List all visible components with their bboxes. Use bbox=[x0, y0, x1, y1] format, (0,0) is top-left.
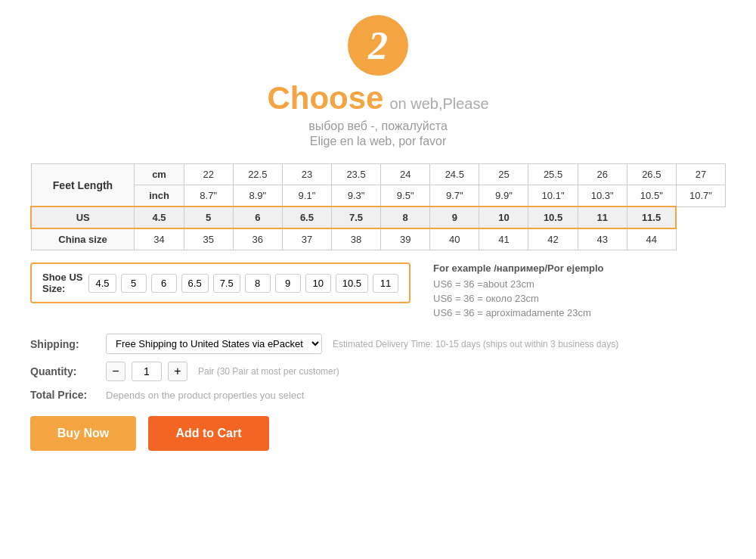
china-val-7: 41 bbox=[479, 228, 528, 250]
example-line-0: US6 = 36 =about 23cm bbox=[433, 278, 603, 290]
inch-val-4: 9.5" bbox=[381, 185, 430, 207]
size-selector-label: Shoe USSize: bbox=[42, 272, 82, 294]
china-val-8: 42 bbox=[528, 228, 578, 250]
qty-note: Pair (30 Pair at most per customer) bbox=[198, 366, 339, 377]
add-to-cart-button[interactable]: Add to Cart bbox=[148, 416, 269, 451]
size-option-6[interactable]: 6 bbox=[151, 274, 177, 293]
cm-val-2: 23 bbox=[282, 164, 331, 185]
shipping-select[interactable]: Free Shipping to United States via ePack… bbox=[106, 334, 322, 354]
action-buttons: Buy Now Add to Cart bbox=[30, 416, 726, 451]
us-val-1: 5 bbox=[184, 207, 233, 228]
china-val-10: 44 bbox=[627, 228, 676, 250]
us-val-2: 6 bbox=[233, 207, 282, 228]
table-row-china: China size 34 35 36 37 38 39 40 41 42 43… bbox=[31, 228, 726, 250]
inch-val-7: 10.1" bbox=[528, 185, 578, 207]
size-option-5[interactable]: 5 bbox=[121, 274, 147, 293]
china-val-2: 36 bbox=[233, 228, 282, 250]
china-header: China size bbox=[31, 228, 135, 250]
size-option-10.5[interactable]: 10.5 bbox=[336, 274, 368, 293]
size-selector-box: Shoe USSize: 4.5566.57.5891010.511 bbox=[30, 262, 411, 303]
cm-val-8: 26 bbox=[578, 164, 627, 185]
size-table-wrapper: Feet Length cm 22 22.5 23 23.5 24 24.5 2… bbox=[30, 163, 726, 250]
example-line-2: US6 = 36 = aproximadamente 23cm bbox=[433, 307, 603, 318]
cm-val-5: 24.5 bbox=[430, 164, 479, 185]
china-val-1: 35 bbox=[184, 228, 233, 250]
size-option-8[interactable]: 8 bbox=[245, 274, 271, 293]
heading-main: Choose bbox=[267, 80, 383, 116]
quantity-row: Quantity: − + Pair (30 Pair at most per … bbox=[30, 362, 726, 381]
qty-wrapper: − + bbox=[106, 362, 187, 381]
inch-val-1: 8.9" bbox=[233, 185, 282, 207]
total-price-value: Depends on the product properties you se… bbox=[106, 390, 304, 401]
cm-val-1: 22.5 bbox=[233, 164, 282, 185]
us-header: US bbox=[31, 207, 135, 228]
inch-val-2: 9.1" bbox=[282, 185, 331, 207]
us-val-0: 4.5 bbox=[135, 207, 184, 228]
size-option-4.5[interactable]: 4.5 bbox=[88, 274, 116, 293]
total-price-row: Total Price: Depends on the product prop… bbox=[30, 389, 726, 401]
qty-decrease-button[interactable]: − bbox=[106, 362, 125, 381]
page-header: 2 Choose on web,Please выбор веб -, пожа… bbox=[30, 15, 726, 150]
shipping-row: Shipping: Free Shipping to United States… bbox=[30, 334, 726, 354]
size-option-9[interactable]: 9 bbox=[275, 274, 301, 293]
cm-val-6: 25 bbox=[479, 164, 528, 185]
quantity-label: Quantity: bbox=[30, 365, 98, 377]
china-val-0: 34 bbox=[135, 228, 184, 250]
size-option-11[interactable]: 11 bbox=[373, 274, 398, 293]
us-val-9: 11 bbox=[578, 207, 627, 228]
china-val-4: 38 bbox=[331, 228, 380, 250]
table-row-inch: inch 8.7" 8.9" 9.1" 9.3" 9.5" 9.7" 9.9" … bbox=[31, 185, 726, 207]
inch-val-0: 8.7" bbox=[184, 185, 233, 207]
inch-header: inch bbox=[135, 185, 184, 207]
table-row-us: US 4.5 5 6 6.5 7.5 8 9 10 10.5 11 11.5 bbox=[31, 207, 726, 228]
size-option-6.5[interactable]: 6.5 bbox=[181, 274, 209, 293]
us-val-8: 10.5 bbox=[528, 207, 578, 228]
inch-val-3: 9.3" bbox=[331, 185, 380, 207]
cm-val-10: 27 bbox=[676, 164, 725, 185]
size-table: Feet Length cm 22 22.5 23 23.5 24 24.5 2… bbox=[30, 163, 726, 250]
cm-val-9: 26.5 bbox=[627, 164, 676, 185]
qty-increase-button[interactable]: + bbox=[168, 362, 187, 381]
table-row-cm: Feet Length cm 22 22.5 23 23.5 24 24.5 2… bbox=[31, 164, 726, 185]
shipping-note: Estimated Delivery Time: 10-15 days (shi… bbox=[333, 339, 618, 349]
size-options-container: 4.5566.57.5891010.511 bbox=[88, 274, 398, 293]
heading-sub: on web,Please bbox=[389, 95, 488, 113]
us-val-6: 9 bbox=[430, 207, 479, 228]
china-val-9: 43 bbox=[578, 228, 627, 250]
inch-val-10: 10.7" bbox=[676, 185, 725, 207]
selector-section: Shoe USSize: 4.5566.57.5891010.511 For e… bbox=[30, 262, 726, 321]
qty-input[interactable] bbox=[132, 362, 162, 381]
china-val-3: 37 bbox=[282, 228, 331, 250]
inch-val-5: 9.7" bbox=[430, 185, 479, 207]
subtitle-spanish: Elige en la web, por favor bbox=[310, 135, 447, 148]
us-val-7: 10 bbox=[479, 207, 528, 228]
shipping-label: Shipping: bbox=[30, 338, 98, 350]
total-price-label: Total Price: bbox=[30, 389, 98, 401]
form-section: Shipping: Free Shipping to United States… bbox=[30, 334, 726, 401]
inch-val-6: 9.9" bbox=[479, 185, 528, 207]
china-val-6: 40 bbox=[430, 228, 479, 250]
example-line-1: US6 = 36 = около 23cm bbox=[433, 293, 603, 304]
cm-val-3: 23.5 bbox=[331, 164, 380, 185]
cm-val-0: 22 bbox=[184, 164, 233, 185]
inch-val-8: 10.3" bbox=[578, 185, 627, 207]
size-option-7.5[interactable]: 7.5 bbox=[213, 274, 240, 293]
us-val-5: 8 bbox=[381, 207, 430, 228]
example-box: For example /например/Por ejemplo US6 = … bbox=[433, 262, 603, 321]
subtitle-russian: выбор веб -, пожалуйста bbox=[308, 120, 448, 133]
feet-length-header: Feet Length bbox=[31, 164, 135, 207]
china-val-5: 39 bbox=[381, 228, 430, 250]
step-circle: 2 bbox=[348, 15, 408, 76]
example-title: For example /например/Por ejemplo bbox=[433, 262, 603, 274]
cm-val-4: 24 bbox=[381, 164, 430, 185]
cm-header: cm bbox=[135, 164, 184, 185]
us-val-3: 6.5 bbox=[282, 207, 331, 228]
us-val-10: 11.5 bbox=[627, 207, 676, 228]
us-val-4: 7.5 bbox=[331, 207, 380, 228]
buy-now-button[interactable]: Buy Now bbox=[30, 416, 136, 451]
cm-val-7: 25.5 bbox=[528, 164, 578, 185]
inch-val-9: 10.5" bbox=[627, 185, 676, 207]
size-option-10[interactable]: 10 bbox=[305, 274, 331, 293]
